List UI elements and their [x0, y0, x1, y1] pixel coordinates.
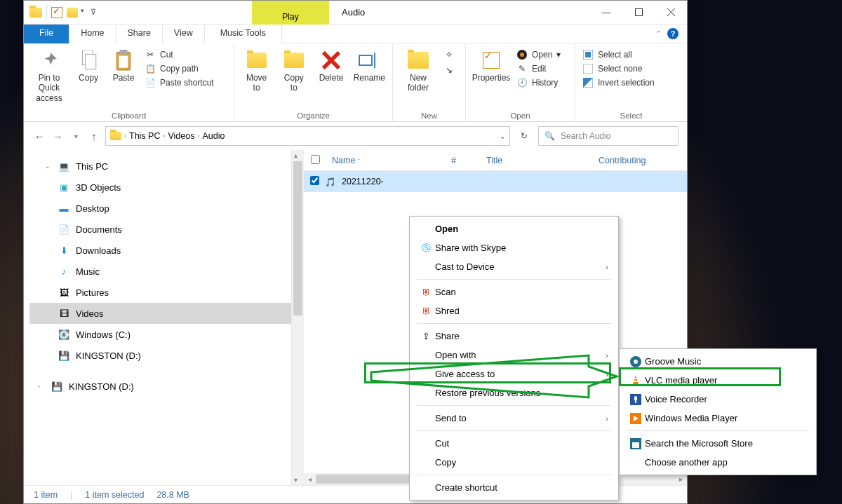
ctx-copy[interactable]: Copy — [410, 453, 618, 472]
ctx-send-to[interactable]: Send to› — [410, 409, 618, 428]
groove-icon — [627, 356, 645, 367]
sub-wmp[interactable]: Windows Media Player — [620, 409, 816, 428]
folder-icon — [110, 132, 121, 140]
scroll-right-icon[interactable]: ▸ — [675, 475, 687, 483]
wmp-icon — [627, 413, 645, 424]
tab-home[interactable]: Home — [69, 25, 116, 43]
forward-button[interactable]: → — [51, 130, 65, 142]
address-dropdown-icon[interactable]: ⌄ — [500, 132, 505, 140]
properties-qat-icon[interactable] — [51, 7, 62, 18]
sub-vlc[interactable]: VLC media player — [620, 371, 816, 390]
ctx-give-access[interactable]: Give access to› — [410, 365, 618, 383]
open-with-submenu[interactable]: Groove Music VLC media player Voice Reco… — [619, 348, 817, 475]
scroll-left-icon[interactable]: ◂ — [304, 475, 316, 483]
select-all-button[interactable]: Select all — [582, 49, 655, 60]
tree-documents[interactable]: 📄Documents — [29, 219, 291, 240]
tree-pictures[interactable]: 🖼Pictures — [29, 282, 291, 303]
copy-button[interactable]: Copy — [74, 46, 102, 83]
help-icon[interactable]: ? — [667, 28, 679, 39]
sub-other[interactable]: Choose another app — [620, 453, 816, 472]
col-name[interactable]: Name — [332, 156, 355, 165]
search-placeholder: Search Audio — [561, 131, 610, 141]
sub-voice[interactable]: Voice Recorder — [620, 390, 816, 409]
nav-tree[interactable]: ⌄💻This PC ▣3D Objects ▬Desktop 📄Document… — [24, 150, 292, 485]
sub-groove[interactable]: Groove Music — [620, 352, 816, 371]
folder-dropdown-icon[interactable] — [67, 8, 78, 18]
crumb-this-pc[interactable]: This PC› — [129, 131, 165, 141]
quick-access-toolbar: ⊽ — [24, 6, 102, 20]
tab-share[interactable]: Share — [116, 25, 163, 43]
easy-access-button[interactable]: ↘ — [443, 64, 455, 76]
tree-this-pc[interactable]: ⌄💻This PC — [29, 156, 291, 177]
properties-button[interactable]: Properties — [473, 46, 509, 83]
ctx-open-with[interactable]: Open with› — [410, 346, 618, 365]
qat-overflow-icon[interactable]: ⊽ — [91, 8, 96, 17]
paste-button[interactable]: Paste — [109, 46, 138, 83]
pin-quick-access-button[interactable]: Pin to Quick access — [31, 46, 67, 103]
tab-music-tools[interactable]: Music Tools — [205, 25, 282, 43]
tree-kingston-d[interactable]: 💾KINGSTON (D:) — [29, 345, 291, 366]
tree-downloads[interactable]: ⬇Downloads — [29, 240, 291, 261]
ctx-cast[interactable]: Cast to Device› — [410, 257, 618, 276]
col-number[interactable]: # — [444, 156, 479, 165]
scrollbar-thumb[interactable] — [293, 161, 302, 315]
column-headers[interactable]: Name ˆ # Title Contributing — [304, 150, 687, 171]
crumb-videos[interactable]: Videos› — [168, 131, 199, 141]
history-button[interactable]: 🕘History — [516, 77, 561, 88]
refresh-button[interactable]: ↻ — [514, 126, 534, 146]
col-title[interactable]: Title — [479, 156, 592, 165]
col-contrib[interactable]: Contributing — [592, 156, 687, 165]
minimize-button[interactable]: — — [590, 1, 622, 25]
ctx-scan[interactable]: ⛨Scan — [410, 282, 618, 301]
copy-path-button[interactable]: 📋Copy path — [145, 63, 214, 74]
address-bar[interactable]: › This PC› Videos› Audio ⌄ — [105, 126, 510, 146]
ctx-open[interactable]: Open — [410, 219, 618, 238]
select-all-checkbox[interactable] — [311, 155, 320, 164]
crumb-audio[interactable]: Audio — [202, 131, 225, 141]
new-folder-button[interactable]: New folder — [400, 46, 436, 93]
row-checkbox[interactable] — [310, 176, 319, 185]
search-box[interactable]: 🔍 Search Audio — [538, 126, 679, 146]
sub-store[interactable]: Search the Microsoft Store — [620, 434, 816, 453]
delete-button[interactable]: Delete — [316, 46, 346, 83]
edit-button[interactable]: ✎Edit — [516, 63, 561, 74]
close-button[interactable] — [655, 1, 687, 25]
download-icon: ⬇ — [58, 245, 70, 256]
collapse-ribbon-icon[interactable]: ⌃ — [655, 29, 662, 39]
tree-desktop[interactable]: ▬Desktop — [29, 198, 291, 219]
select-none-button[interactable]: Select none — [582, 63, 655, 74]
tree-windows-c[interactable]: 💽Windows (C:) — [29, 324, 291, 345]
rename-button[interactable]: Rename — [354, 46, 385, 83]
ctx-cut[interactable]: Cut — [410, 434, 618, 453]
invert-icon — [582, 77, 594, 88]
sort-asc-icon: ˆ — [358, 158, 360, 165]
cut-button[interactable]: ✂Cut — [145, 49, 214, 60]
context-menu[interactable]: Open ⓈShare with Skype Cast to Device› ⛨… — [409, 216, 619, 500]
new-item-button[interactable]: ✧ — [443, 49, 455, 60]
desktop-icon: ▬ — [58, 203, 70, 214]
ctx-create-shortcut[interactable]: Create shortcut — [410, 478, 618, 497]
tab-file[interactable]: File — [24, 25, 69, 43]
up-button[interactable]: ↑ — [87, 130, 101, 142]
tree-music[interactable]: ♪Music — [29, 261, 291, 282]
invert-selection-button[interactable]: Invert selection — [582, 77, 655, 88]
tree-videos[interactable]: 🎞Videos — [29, 303, 291, 324]
maximize-button[interactable] — [622, 1, 655, 25]
tree-scrollbar[interactable] — [292, 150, 304, 485]
open-button[interactable]: Open ▾ — [516, 49, 561, 60]
ctx-restore[interactable]: Restore previous versions — [410, 383, 618, 402]
tree-kingston-d-ext[interactable]: ›💾KINGSTON (D:) — [29, 376, 291, 397]
copy-to-button[interactable]: Copy to — [279, 46, 309, 93]
tab-view[interactable]: View — [163, 25, 205, 43]
ctx-share[interactable]: ⇪Share — [410, 327, 618, 346]
tree-3d-objects[interactable]: ▣3D Objects — [29, 177, 291, 198]
chevron-right-icon[interactable]: › — [124, 132, 126, 139]
ctx-shred[interactable]: ⛨Shred — [410, 301, 618, 320]
ctx-share-skype[interactable]: ⓈShare with Skype — [410, 238, 618, 257]
recent-dropdown[interactable]: ▾ — [69, 132, 83, 140]
move-to-button[interactable]: Move to — [241, 46, 272, 93]
file-row[interactable]: 🎵 20211220- — [304, 171, 687, 192]
paste-shortcut-button[interactable]: 📄Paste shortcut — [145, 77, 214, 88]
back-button[interactable]: ← — [32, 130, 46, 142]
contextual-play-tab[interactable]: Play — [252, 1, 329, 25]
